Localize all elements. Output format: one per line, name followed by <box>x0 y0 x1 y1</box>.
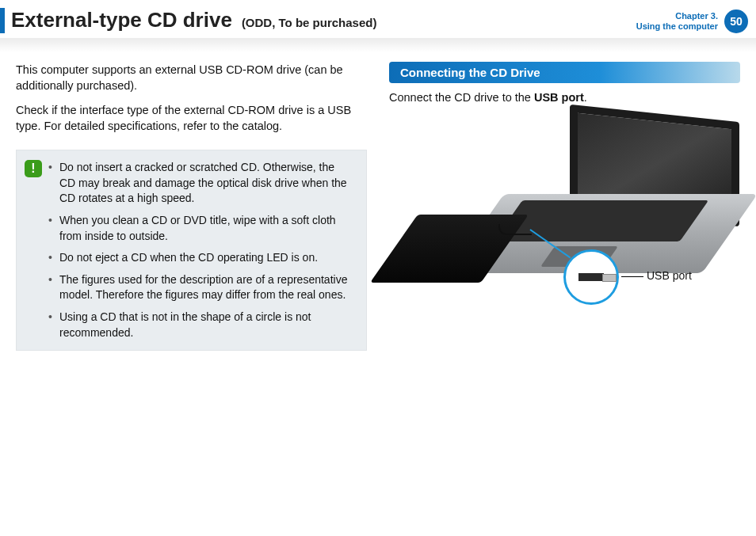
title-block: External-type CD drive (ODD, To be purch… <box>11 8 376 32</box>
chapter-title: Using the computer <box>636 21 718 32</box>
connect-text-post: . <box>584 91 587 104</box>
page-subtitle: (ODD, To be purchased) <box>242 16 377 29</box>
caution-item: Do not insert a cracked or scratched CD.… <box>48 160 353 207</box>
usb-port-label: USB port <box>647 269 692 282</box>
page-header: External-type CD drive (ODD, To be purch… <box>0 0 756 33</box>
caution-list: Do not insert a cracked or scratched CD.… <box>48 160 353 340</box>
page-title: External-type CD drive <box>11 8 232 32</box>
header-shadow <box>0 38 756 52</box>
connect-instruction: Connect the CD drive to the USB port. <box>389 91 740 104</box>
intro-paragraph-2: Check if the interface type of the exter… <box>16 102 367 135</box>
connect-text-pre: Connect the CD drive to the <box>389 91 534 104</box>
caution-icon: ! <box>25 160 42 177</box>
chapter-block: Chapter 3. Using the computer 50 <box>636 10 748 33</box>
laptop-keyboard-shape <box>494 200 708 241</box>
title-accent-bar <box>0 8 5 33</box>
usb-plug-icon <box>578 273 604 281</box>
connect-text-bold: USB port <box>534 91 584 104</box>
page-number-badge: 50 <box>724 10 748 33</box>
usb-cable-shape <box>498 224 532 235</box>
caution-item: Using a CD that is not in the shape of a… <box>48 310 353 340</box>
caution-item: The figures used for the description are… <box>48 272 353 303</box>
connection-figure: USB port <box>389 115 738 313</box>
usb-label-leader <box>621 276 643 277</box>
caution-box: ! Do not insert a cracked or scratched C… <box>16 150 367 351</box>
section-header: Connecting the CD Drive <box>389 62 740 83</box>
content-area: This computer supports an external USB C… <box>0 52 756 351</box>
left-column: This computer supports an external USB C… <box>16 62 367 351</box>
intro-paragraph-1: This computer supports an external USB C… <box>16 62 367 94</box>
usb-callout-circle <box>563 249 619 305</box>
chapter-text: Chapter 3. Using the computer <box>636 11 718 32</box>
caution-item: Do not eject a CD when the CD operating … <box>48 250 353 266</box>
chapter-number: Chapter 3. <box>636 11 718 21</box>
caution-item: When you clean a CD or DVD title, wipe w… <box>48 213 353 244</box>
right-column: Connecting the CD Drive Connect the CD d… <box>389 62 740 351</box>
